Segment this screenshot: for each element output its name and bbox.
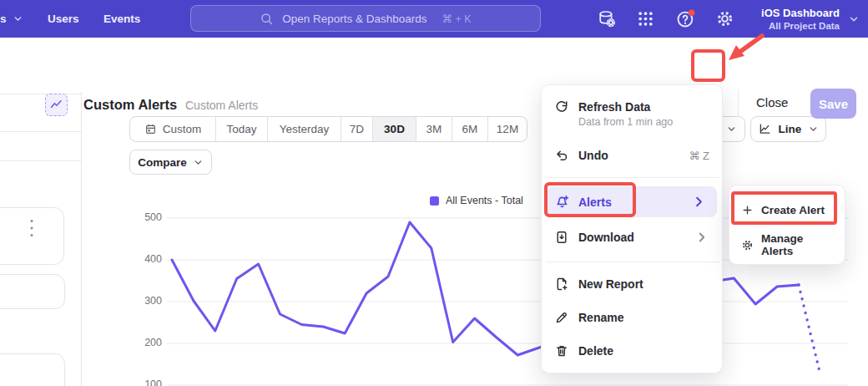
plus-icon — [741, 204, 754, 216]
y-axis-tick-label: 100 — [134, 378, 162, 386]
left-panel-card[interactable] — [0, 353, 65, 386]
project-name: iOS Dashboard — [761, 7, 840, 19]
page-title: Custom Alerts — [83, 97, 177, 113]
left-panel-card[interactable] — [0, 207, 64, 265]
menu-item-rename[interactable]: Rename — [542, 304, 722, 331]
undo-icon — [554, 148, 569, 163]
calendar-icon — [144, 123, 157, 135]
range-30d-selected[interactable]: 30D — [372, 117, 416, 141]
menu-item-delete[interactable]: Delete — [542, 338, 722, 364]
help-icon-with-notification[interactable] — [676, 9, 695, 28]
chevron-down-icon — [726, 124, 737, 135]
chevron-down-icon — [13, 13, 23, 24]
left-panel-divider — [0, 94, 81, 94]
chevron-down-icon — [193, 157, 204, 168]
range-today[interactable]: Today — [215, 117, 267, 141]
chevron-down-icon — [848, 13, 860, 25]
gear-icon — [741, 239, 754, 251]
submenu-item-manage-alerts[interactable]: Manage Alerts — [729, 231, 845, 259]
menu-item-alerts[interactable]: Alerts — [548, 186, 717, 217]
project-selector[interactable]: iOS Dashboard All Project Data — [761, 0, 840, 38]
chevron-right-icon — [691, 194, 707, 210]
chart-glyph-icon — [49, 98, 63, 112]
chevron-down-icon — [808, 124, 819, 135]
more-options-menu: Refresh Data Data from 1 min ago Undo ⌘ … — [541, 84, 723, 373]
menu-divider — [546, 262, 719, 262]
search-placeholder: Open Reports & Dashboards — [282, 13, 426, 25]
bell-plus-icon — [554, 194, 570, 210]
new-report-icon — [554, 277, 569, 292]
nav-item-users[interactable]: Users — [48, 0, 79, 38]
kebab-menu-icon[interactable] — [27, 217, 37, 239]
menu-item-download[interactable]: Download — [542, 224, 722, 251]
range-3m[interactable]: 3M — [416, 117, 452, 141]
date-range-segmented-control: Custom Today Yesterday 7D 30D 3M 6M 12M — [129, 116, 527, 142]
pencil-icon — [554, 310, 569, 325]
trash-icon — [554, 343, 569, 358]
y-axis-tick-label: 400 — [134, 253, 162, 265]
range-custom[interactable]: Custom — [130, 117, 215, 141]
chart-type-button[interactable]: Line — [750, 116, 826, 142]
chart-legend: All Events - Total — [430, 195, 523, 206]
submenu-item-create-alert[interactable]: Create Alert — [729, 196, 845, 224]
save-button[interactable]: Save — [810, 89, 856, 119]
left-panel-card[interactable] — [0, 274, 65, 309]
apps-grid-icon[interactable] — [636, 9, 655, 28]
y-axis-tick-label: 500 — [134, 211, 162, 223]
left-panel-divider — [0, 160, 81, 161]
search-icon — [260, 12, 274, 26]
range-12m[interactable]: 12M — [487, 117, 527, 141]
menu-item-undo[interactable]: Undo ⌘ Z — [542, 142, 722, 169]
legend-label: All Events - Total — [446, 195, 523, 206]
line-chart-icon — [758, 122, 772, 136]
project-scope: All Project Data — [769, 21, 840, 31]
download-icon — [554, 230, 569, 245]
refresh-icon — [554, 99, 569, 114]
settings-gear-icon[interactable] — [715, 9, 734, 28]
header-divider — [738, 89, 739, 117]
report-type-icon — [45, 94, 68, 116]
search-shortcut: ⌘ + K — [442, 13, 472, 25]
nav-item-partial[interactable]: s — [0, 0, 23, 38]
menu-divider — [546, 177, 719, 178]
report-header: Custom Alerts Custom Alerts GV Duplicate… — [0, 38, 868, 92]
top-nav-bar: s Users Events Open Reports & Dashboards… — [0, 0, 868, 38]
menu-item-new-report[interactable]: New Report — [542, 271, 722, 297]
range-6m[interactable]: 6M — [452, 117, 487, 141]
legend-swatch — [430, 196, 439, 206]
breadcrumb: Custom Alerts — [185, 99, 258, 112]
app-window: 100200300400500 All Events - Total Custo… — [0, 0, 868, 386]
left-panel-divider — [0, 131, 81, 132]
y-axis-tick-label: 300 — [134, 295, 162, 307]
close-button[interactable]: Close — [756, 95, 788, 109]
compare-button[interactable]: Compare — [129, 150, 212, 175]
data-management-icon[interactable] — [597, 9, 616, 28]
alerts-submenu: Create Alert Manage Alerts — [729, 185, 845, 265]
undo-shortcut: ⌘ Z — [689, 150, 709, 162]
y-axis-tick-label: 200 — [134, 337, 162, 348]
range-yesterday[interactable]: Yesterday — [267, 117, 341, 141]
range-7d[interactable]: 7D — [341, 117, 372, 141]
global-search-button[interactable]: Open Reports & Dashboards ⌘ + K — [190, 5, 541, 32]
chevron-right-icon — [694, 230, 709, 245]
nav-item-events[interactable]: Events — [103, 0, 140, 38]
left-panel — [0, 92, 82, 386]
refresh-data-subtext: Data from 1 min ago — [578, 116, 673, 128]
